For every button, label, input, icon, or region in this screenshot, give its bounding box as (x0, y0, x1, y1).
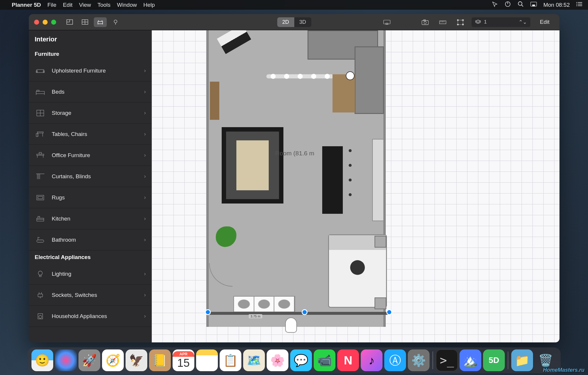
stool-icon[interactable] (349, 193, 352, 196)
furniture-track-light[interactable] (266, 74, 334, 78)
spotlight-icon[interactable] (517, 1, 524, 9)
view-toggle: 2D 3D (277, 17, 311, 27)
sidebar-item-rugs[interactable]: Rugs› (29, 187, 152, 208)
dock-itunes-icon[interactable]: ♪ (361, 349, 382, 371)
furniture-sideboard[interactable] (210, 82, 219, 120)
sidebar-item-upholstered[interactable]: Upholstered Furniture› (29, 60, 152, 81)
view-2d-button[interactable]: 2D (277, 17, 294, 27)
sidebar-item-tables[interactable]: Tables, Chairs› (29, 124, 152, 145)
dock-app-icon[interactable]: 🏔️ (460, 349, 481, 371)
power-icon[interactable] (505, 1, 511, 9)
office-icon (35, 151, 46, 160)
dock-mail-icon[interactable]: 🦅 (126, 349, 147, 371)
content: Interior Furniture Upholstered Furniture… (29, 30, 559, 342)
view-3d-button[interactable]: 3D (294, 17, 311, 27)
dock-notes-icon[interactable] (196, 349, 218, 371)
stool-icon[interactable] (349, 164, 352, 167)
maximize-button[interactable] (51, 20, 56, 25)
svg-rect-56 (39, 152, 41, 154)
svg-rect-30 (440, 21, 446, 24)
menu-file[interactable]: File (47, 2, 56, 8)
chevron-right-icon: › (144, 173, 146, 179)
svg-point-23 (114, 20, 117, 23)
app-name[interactable]: Planner 5D (12, 2, 41, 8)
sidebar-item-lighting[interactable]: Lighting› (29, 263, 152, 285)
minimize-button[interactable] (43, 20, 48, 25)
dock-downloads-icon[interactable]: 📁 (511, 349, 533, 371)
dock-planner5d-icon[interactable]: 5D (483, 349, 505, 371)
titlebar: 2D 3D 1 ⌃⌄ Edit (29, 14, 559, 30)
camera-icon[interactable] (419, 17, 432, 27)
tool-furniture-icon[interactable] (94, 17, 107, 27)
chevron-right-icon: › (144, 292, 146, 298)
dock-maps-icon[interactable]: 🗺️ (243, 349, 265, 371)
sidebar-scroll[interactable]: Furniture Upholstered Furniture› Beds› S… (29, 47, 152, 342)
furniture-dining-set[interactable] (222, 127, 283, 204)
sidebar-item-kitchen[interactable]: Kitchen› (29, 208, 152, 229)
furniture-nightstand[interactable] (375, 297, 386, 309)
selected-wall[interactable] (206, 312, 390, 315)
stool-icon[interactable] (349, 179, 352, 181)
dock-terminal-icon[interactable]: >_ (436, 349, 458, 371)
dock-launchpad-icon[interactable]: 🚀 (78, 349, 100, 371)
furniture-sofa-2[interactable] (355, 46, 384, 114)
furniture-storage-unit[interactable] (233, 296, 295, 312)
furniture-floor-lamp[interactable] (346, 71, 355, 80)
layers-icon (475, 20, 481, 24)
clock[interactable]: Mon 08:52 (543, 2, 570, 8)
dock-contacts-icon[interactable]: 📒 (149, 349, 171, 371)
furniture-toilet[interactable] (285, 317, 297, 333)
dock-news-icon[interactable]: N (337, 349, 359, 371)
tool-exterior-icon[interactable] (109, 17, 122, 27)
bed-icon (35, 87, 46, 97)
wall-handle[interactable] (302, 309, 308, 315)
dock-calendar-icon[interactable]: APR 15 (173, 349, 194, 371)
furniture-kitchen-island[interactable] (322, 146, 343, 214)
sidebar-item-appliances[interactable]: Household Appliances› (29, 306, 152, 327)
furniture-kitchen-counter[interactable] (372, 139, 384, 221)
dock-messages-icon[interactable]: 💬 (290, 349, 312, 371)
dock-settings-icon[interactable]: ⚙️ (408, 349, 430, 371)
sidebar-item-beds[interactable]: Beds› (29, 81, 152, 102)
sidebar-item-storage[interactable]: Storage› (29, 102, 152, 124)
snap-icon[interactable] (454, 17, 467, 27)
dimension-label: 3.75 m (249, 314, 262, 318)
dock-reminders-icon[interactable]: 📋 (220, 349, 241, 371)
ruler-icon[interactable] (436, 17, 449, 27)
dock-facetime-icon[interactable]: 📹 (314, 349, 335, 371)
dock-finder-icon[interactable]: 🙂 (31, 349, 53, 371)
storage-icon (35, 108, 46, 118)
furniture-coffee-table[interactable] (333, 74, 355, 112)
furniture-nightstand[interactable] (375, 236, 386, 248)
menu-edit[interactable]: Edit (63, 2, 73, 8)
layer-selector[interactable]: 1 ⌃⌄ (472, 17, 530, 27)
edit-button[interactable]: Edit (535, 17, 554, 27)
section-furniture: Furniture (29, 47, 152, 60)
wall-handle[interactable] (386, 309, 392, 315)
ar-view-icon[interactable] (380, 17, 393, 27)
tool-rooms-icon[interactable] (78, 17, 91, 27)
sidebar-item-bathroom[interactable]: Bathroom› (29, 229, 152, 250)
tool-walls-icon[interactable] (63, 17, 76, 27)
menu-view[interactable]: View (79, 2, 91, 8)
svg-rect-29 (424, 20, 425, 21)
stool-icon[interactable] (349, 149, 352, 152)
dock-safari-icon[interactable]: 🧭 (102, 349, 124, 371)
menu-list-icon[interactable] (576, 1, 583, 9)
dock-siri-icon[interactable] (55, 349, 77, 371)
cursor-icon[interactable] (492, 1, 498, 9)
sofa-icon (35, 66, 46, 75)
sidebar-item-sockets[interactable]: Sockets, Switches› (29, 285, 152, 306)
dock-photos-icon[interactable]: 🌸 (267, 349, 288, 371)
menu-tools[interactable]: Tools (97, 2, 110, 8)
wall-handle[interactable] (205, 309, 211, 315)
sidebar-item-curtains[interactable]: Curtains, Blinds› (29, 166, 152, 187)
svg-rect-27 (422, 21, 428, 25)
sidebar-item-office[interactable]: Office Furniture› (29, 145, 152, 166)
menu-window[interactable]: Window (117, 2, 137, 8)
floorplan-canvas[interactable]: Room (81.6 m 3.75 m (152, 30, 559, 342)
menu-help[interactable]: Help (143, 2, 155, 8)
control-center-icon[interactable] (530, 1, 537, 9)
dock-appstore-icon[interactable]: Ⓐ (384, 349, 406, 371)
close-button[interactable] (34, 20, 39, 25)
